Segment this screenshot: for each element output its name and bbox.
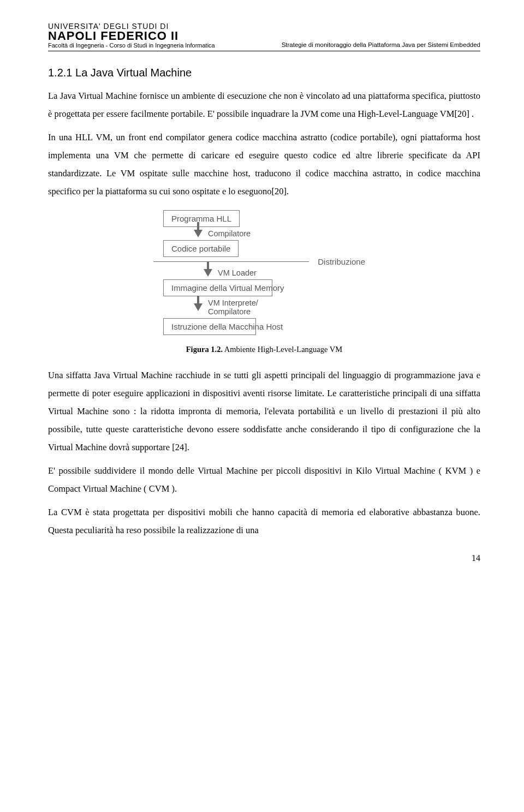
diagram-arrow-label-3: VM Interprete/ Compilatore [208, 298, 284, 316]
page: UNIVERSITA' DEGLI STUDI DI NAPOLI FEDERI… [0, 0, 524, 590]
arrow-icon [194, 303, 203, 311]
diagram-box-3: Immagine della Virtual Memory [163, 279, 272, 296]
distribution-line: Distribuzione [163, 257, 365, 266]
faculty-line: Facoltà di Ingegneria - Corso di Studi i… [48, 42, 215, 49]
paragraph-3: Una siffatta Java Virtual Machine racchi… [48, 366, 480, 456]
diagram-arrow-label-2: VM Loader [218, 268, 257, 277]
section-heading: 1.2.1 La Java Virtual Machine [48, 67, 480, 79]
figure-caption: Figura 1.2. Ambiente High-Level-Language… [48, 345, 480, 354]
distribution-label: Distribuzione [318, 257, 365, 266]
paragraph-2: In una HLL VM, un front end compilator g… [48, 128, 480, 200]
page-number: 14 [48, 553, 480, 563]
page-header: UNIVERSITA' DEGLI STUDI DI NAPOLI FEDERI… [48, 22, 480, 51]
paragraph-1: La Java Virtual Machine fornisce un ambi… [48, 87, 480, 123]
doc-title: Strategie di monitoraggio della Piattafo… [282, 41, 480, 49]
caption-bold: Figura 1.2. [186, 345, 223, 354]
arrow-icon [194, 230, 203, 237]
figure-diagram: Programma HLL Compilatore Codice portabi… [163, 210, 365, 335]
line-icon [153, 261, 309, 262]
caption-rest: Ambiente High-Level-Language VM [223, 345, 342, 354]
paragraph-5: La CVM è stata progettata per dispositiv… [48, 503, 480, 539]
diagram-box-4: Istruzione della Macchina Host [163, 318, 256, 335]
diagram-box-1: Programma HLL [163, 210, 240, 227]
university-logo-block: UNIVERSITA' DEGLI STUDI DI NAPOLI FEDERI… [48, 22, 215, 49]
university-line2: NAPOLI FEDERICO II [48, 29, 215, 42]
paragraph-4: E' possibile suddividere il mondo delle … [48, 462, 480, 498]
arrow-icon [204, 269, 212, 277]
diagram-box-2: Codice portabile [163, 240, 239, 257]
diagram-arrow-label-1: Compilatore [208, 229, 251, 238]
